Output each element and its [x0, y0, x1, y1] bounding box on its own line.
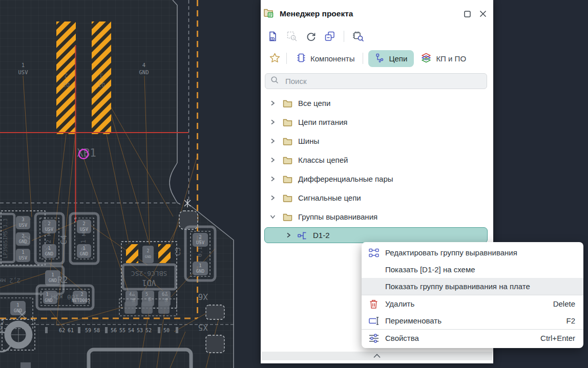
chevron-right-icon[interactable]	[269, 119, 276, 125]
zoom-to-selection-button[interactable]	[285, 30, 298, 42]
svg-text:58: 58	[94, 328, 100, 333]
menu-item-label: Показать группу выравнивания на плате	[385, 282, 575, 291]
highlighted-pad-vd1-1[interactable]	[126, 244, 138, 263]
search-input[interactable]	[284, 76, 481, 86]
chevron-right-icon[interactable]	[269, 194, 276, 201]
chevron-down-icon[interactable]	[269, 213, 276, 220]
menu-item-properties[interactable]: Свойства Ctrl+Enter	[362, 330, 583, 347]
svg-text:1: 1	[16, 302, 19, 308]
svg-text:2: 2	[146, 248, 149, 253]
tree-item-alignment-groups[interactable]: Группы выравнивания	[261, 207, 493, 226]
svg-text:2: 2	[82, 221, 85, 226]
svg-text:53: 53	[137, 328, 143, 333]
tree-item-buses[interactable]: Шины	[261, 132, 493, 150]
svg-text:1: 1	[48, 246, 50, 251]
tree-item-signal-nets[interactable]: Сигнальные цепи	[261, 188, 493, 207]
menu-item-delete[interactable]: Удалить Delete	[362, 295, 583, 312]
refdes-vd1: VD1	[142, 278, 156, 287]
refdes-c2: C2	[23, 235, 32, 245]
menu-item-shortcut: Delete	[553, 299, 575, 308]
svg-text:GND: GND	[45, 298, 52, 303]
refdes-x5: X5	[198, 322, 208, 332]
search-icon	[270, 76, 279, 86]
menu-item-rename[interactable]: Переименовать F2	[362, 312, 583, 329]
tree-item-label: Дифференциальные пары	[298, 175, 393, 183]
refdes-c8: C8	[0, 324, 2, 331]
svg-text:62: 62	[59, 328, 65, 333]
menu-item-show-on-schematic[interactable]: Показать [D1-2] на схеме	[362, 261, 583, 278]
pad3-number: 3	[100, 72, 103, 79]
svg-text:1: 1	[199, 263, 201, 268]
chevron-right-icon[interactable]	[285, 232, 292, 239]
svg-text:1: 1	[46, 292, 48, 297]
maximize-button[interactable]	[463, 10, 471, 18]
refresh-button[interactable]	[304, 30, 317, 42]
trash-icon	[369, 299, 381, 309]
tree-item-d1-2-selected[interactable]: D1-2	[264, 227, 488, 243]
tab-pads-layers[interactable]: КП и ПО	[417, 50, 470, 67]
svg-text:56: 56	[111, 328, 117, 333]
chevron-up-icon	[373, 354, 381, 358]
chevron-right-icon[interactable]	[269, 157, 276, 163]
c16-value: 2,2 мк	[0, 277, 20, 284]
tab-nets-label: Цепи	[389, 54, 407, 63]
tree-item-diff-pairs[interactable]: Дифференциальные пары	[261, 169, 493, 188]
collapse-panel-bar[interactable]	[262, 352, 492, 360]
svg-text:GND: GND	[196, 269, 204, 274]
svg-text:61: 61	[68, 328, 74, 333]
svg-text:USV: USV	[196, 240, 205, 245]
svg-text:59: 59	[85, 328, 91, 333]
tab-components[interactable]: Компоненты	[292, 50, 359, 67]
tree-item-label: Сигнальные цепи	[298, 193, 361, 202]
svg-text:54: 54	[128, 328, 134, 333]
menu-item-show-on-board[interactable]: Показать группу выравнивания на плате	[362, 278, 583, 295]
tab-pads-label: КП и ПО	[436, 54, 466, 63]
layers-icon	[421, 53, 431, 64]
preview-document-button[interactable]	[266, 30, 279, 42]
folder-icon	[283, 213, 292, 221]
menu-item-label: Свойства	[385, 334, 540, 342]
chevron-right-icon[interactable]	[269, 176, 276, 182]
pad2-net: D2	[62, 81, 69, 88]
chevron-right-icon[interactable]	[269, 100, 276, 106]
refdes-c5: C5	[174, 247, 182, 256]
svg-text:1: 1	[82, 246, 85, 251]
pad2-number: 2	[65, 72, 68, 79]
tree-item-d1-2-label: D1-2	[313, 231, 330, 240]
sliders-icon	[369, 333, 381, 343]
tree-item-label: Цепи питания	[298, 118, 347, 126]
refdes-x6: X6	[198, 292, 208, 301]
highlighted-pad-vd1-3[interactable]	[158, 244, 171, 263]
collapse-all-button[interactable]	[323, 30, 336, 42]
svg-text:52: 52	[145, 328, 152, 333]
pad3-net: D1	[98, 81, 104, 88]
svg-text:5: 5	[145, 292, 148, 297]
svg-text:GND: GND	[80, 251, 88, 256]
svg-text:GND: GND	[45, 251, 53, 256]
search-box[interactable]	[265, 73, 487, 89]
pin1-net: USV	[18, 69, 29, 75]
tab-nets[interactable]: Цепи	[368, 50, 414, 67]
tree-item-power-nets[interactable]: Цепи питания	[261, 113, 493, 132]
context-menu: Редактировать группу выравнивания Показа…	[362, 242, 583, 348]
find-component-button[interactable]	[352, 30, 365, 42]
refdes-c4: C4	[59, 235, 69, 245]
svg-text:2: 2	[80, 292, 83, 297]
menu-item-edit-alignment-group[interactable]: Редактировать группу выравнивания	[362, 244, 583, 261]
favorites-tab[interactable]	[265, 53, 285, 64]
close-button[interactable]	[479, 10, 487, 18]
tabs-separator	[286, 53, 287, 64]
folder-icon	[283, 137, 292, 145]
svg-text:USV: USV	[19, 255, 28, 261]
tree-item-label: Группы выравнивания	[298, 212, 377, 221]
bottom-small-pad	[20, 362, 31, 368]
panel-tabs: Компоненты Цепи КП и П	[265, 49, 489, 68]
tree-item-net-classes[interactable]: Классы цепей	[261, 150, 493, 169]
folder-icon	[283, 175, 292, 183]
panel-title: Менеджер проекта	[280, 9, 353, 18]
chevron-right-icon[interactable]	[269, 138, 276, 144]
menu-item-label: Редактировать группу выравнивания	[385, 248, 575, 257]
pcb-canvas[interactable]: 2 D2 3 D1 1 USV 4 GND XB1 LP3985IM5-3.3 …	[0, 0, 261, 368]
tree-item-all-nets[interactable]: Все цепи	[261, 94, 493, 113]
menu-item-label: Удалить	[385, 299, 553, 308]
